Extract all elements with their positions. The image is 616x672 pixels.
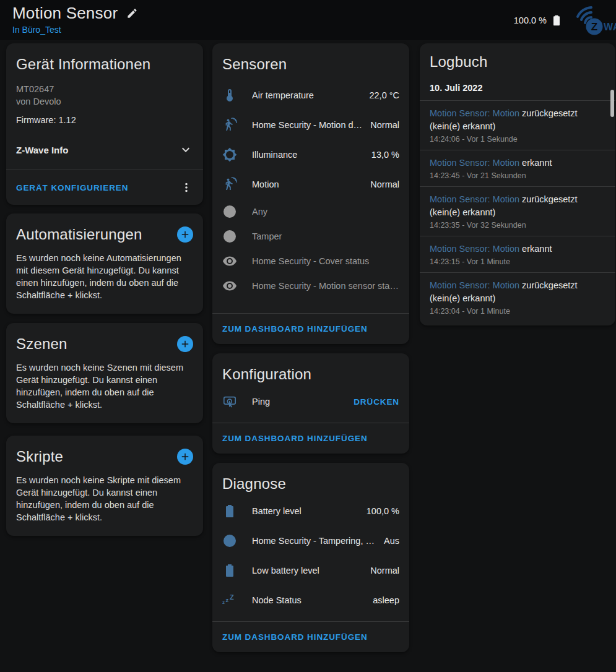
configure-device-button[interactable]: GERÄT KONFIGURIEREN — [16, 183, 128, 192]
motion-sensor-icon — [222, 118, 237, 132]
entity-value: 100,0 % — [367, 506, 399, 516]
area-link[interactable]: In Büro_Test — [12, 25, 138, 35]
configuration-card: Konfiguration Ping DRÜCKEN ZUM DASHBOARD… — [212, 353, 409, 454]
logbook-entity-link[interactable]: Motion Sensor: Motion — [430, 280, 519, 290]
logbook-card: Logbuch 10. Juli 2022 Motion Sensor: Mot… — [420, 43, 615, 325]
zwave-z-letter: Z — [591, 21, 597, 33]
battery-icon — [222, 563, 237, 578]
scenes-title: Szenen — [16, 335, 67, 353]
scenes-card: Szenen Es wurden noch keine Szenen mit d… — [6, 323, 203, 423]
logbook-entry: Motion Sensor: Motion zurückgesetzt (kei… — [420, 187, 615, 236]
check-circle-icon — [222, 204, 237, 219]
logbook-entity-link[interactable]: Motion Sensor: Motion — [430, 158, 519, 168]
logbook-title: Logbuch — [430, 53, 605, 71]
entity-label: Node Status — [252, 595, 365, 605]
entity-value: Normal — [370, 120, 399, 130]
entity-row-air-temperature[interactable]: Air temperature 22,0 °C — [212, 80, 409, 110]
entity-label: Home Security - Motion det… — [252, 120, 363, 130]
logbook-entity-link[interactable]: Motion Sensor: Motion — [430, 194, 519, 204]
battery-icon — [550, 14, 563, 27]
entity-label: Any — [252, 207, 399, 217]
logbook-entry-time: 14:23:04 - Vor 1 Minute — [430, 307, 605, 316]
entity-row-node-status[interactable]: Node Status asleep — [212, 585, 409, 615]
add-automation-button[interactable] — [177, 226, 193, 243]
entity-row-cover-status[interactable]: Home Security - Cover status — [212, 249, 409, 274]
thermometer-icon — [222, 88, 237, 103]
entity-value: Normal — [370, 566, 399, 575]
add-script-button[interactable] — [177, 449, 193, 465]
device-info-card: Gerät Informationen MT02647 von Devolo F… — [6, 43, 203, 205]
entity-label: Home Security - Tampering, pr… — [252, 536, 376, 546]
app-header: Motion Sensor In Büro_Test 100.0 % Z WAV… — [0, 0, 616, 40]
entity-label: Home Security - Motion sensor status — [252, 281, 399, 291]
eye-icon — [222, 278, 237, 293]
sensors-title: Sensoren — [222, 56, 399, 73]
logbook-entity-link[interactable]: Motion Sensor: Motion — [430, 108, 519, 118]
entity-value: Normal — [370, 179, 399, 189]
entity-row-home-security-motion[interactable]: Home Security - Motion det… Normal — [212, 110, 409, 140]
automations-empty-text: Es wurden noch keine Automatisierungen m… — [16, 252, 193, 304]
plus-icon — [180, 338, 191, 350]
device-manufacturer: von Devolo — [16, 95, 193, 108]
scripts-title: Skripte — [16, 448, 63, 465]
configuration-add-to-dashboard-button[interactable]: ZUM DASHBOARD HINZUFÜGEN — [222, 434, 368, 443]
logbook-scrollbar-thumb[interactable] — [610, 90, 614, 117]
sleep-icon — [222, 593, 237, 608]
logbook-entity-link[interactable]: Motion Sensor: Motion — [430, 244, 519, 254]
logbook-entry-time: 14:23:45 - Vor 21 Sekunden — [430, 171, 605, 180]
entity-row-battery-level[interactable]: Battery level 100,0 % — [212, 496, 409, 526]
logbook-entry-text: erkannt — [519, 158, 552, 168]
press-button[interactable]: DRÜCKEN — [354, 397, 399, 407]
automations-card: Automatisierungen Es wurden noch keine A… — [6, 213, 203, 314]
scripts-card: Skripte Es wurden noch keine Skripte mit… — [6, 436, 203, 536]
diagnostics-add-to-dashboard-button[interactable]: ZUM DASHBOARD HINZUFÜGEN — [222, 632, 368, 642]
add-scene-button[interactable] — [177, 336, 193, 352]
battery-percent: 100.0 % — [514, 15, 547, 25]
entity-value: 22,0 °C — [369, 90, 399, 100]
logbook-entry: Motion Sensor: Motion zurückgesetzt (kei… — [420, 101, 615, 150]
entity-label: Battery level — [252, 506, 359, 516]
check-circle-icon — [222, 533, 237, 548]
entity-row-motion-sensor-status[interactable]: Home Security - Motion sensor status — [212, 274, 409, 298]
zwave-wave-text: WAVE — [604, 22, 616, 32]
battery-status: 100.0 % — [514, 14, 563, 27]
logbook-entry-time: 14:24:06 - Vor 1 Sekunde — [430, 135, 605, 144]
zwave-logo: Z WAVE — [574, 2, 616, 39]
entity-row-tampering[interactable]: Home Security - Tampering, pr… Aus — [212, 526, 409, 556]
logbook-entry: Motion Sensor: Motion zurückgesetzt (kei… — [420, 273, 615, 325]
page-title: Motion Sensor — [12, 4, 118, 23]
sensors-card: Sensoren Air temperature 22,0 °C Home Se… — [212, 43, 409, 344]
entity-label: Low battery level — [252, 566, 363, 575]
entity-row-any[interactable]: Any — [212, 199, 409, 224]
logbook-entry-time: 14:23:15 - Vor 1 Minute — [430, 257, 605, 266]
device-model: MT02647 — [16, 83, 193, 95]
automations-title: Automatisierungen — [16, 226, 142, 243]
scenes-empty-text: Es wurden noch keine Szenen mit diesem G… — [16, 361, 193, 413]
logbook-entry-time: 14:23:35 - Vor 32 Sekunden — [430, 221, 605, 230]
device-info-title: Gerät Informationen — [16, 56, 193, 73]
entity-label: Tamper — [252, 231, 399, 241]
check-circle-icon — [222, 229, 237, 244]
entity-row-motion[interactable]: Motion Normal — [212, 170, 409, 199]
zwave-info-label: Z-Wave Info — [16, 145, 68, 155]
zwave-info-expander[interactable]: Z-Wave Info — [16, 136, 193, 163]
edit-name-icon[interactable] — [126, 7, 138, 19]
sensors-add-to-dashboard-button[interactable]: ZUM DASHBOARD HINZUFÜGEN — [222, 324, 368, 334]
logbook-entry-text: erkannt — [519, 244, 552, 254]
entity-label: Air temperature — [252, 90, 362, 100]
entity-row-ping[interactable]: Ping DRÜCKEN — [212, 387, 409, 416]
entity-value: asleep — [373, 595, 399, 605]
logbook-entry: Motion Sensor: Motion erkannt 14:23:45 -… — [420, 150, 615, 186]
logbook-date-header: 10. Juli 2022 — [420, 71, 615, 100]
gesture-tap-icon — [222, 394, 237, 409]
entity-row-low-battery-level[interactable]: Low battery level Normal — [212, 556, 409, 585]
logbook-entry: Motion Sensor: Motion erkannt 14:23:15 -… — [420, 236, 615, 272]
eye-icon — [222, 254, 237, 269]
diagnostics-card: Diagnose Battery level 100,0 % Home Secu… — [212, 463, 409, 652]
overflow-menu-icon[interactable] — [180, 181, 193, 194]
entity-label: Home Security - Cover status — [252, 256, 399, 266]
entity-row-illuminance[interactable]: Illuminance 13,0 % — [212, 140, 409, 170]
entity-row-tamper[interactable]: Tamper — [212, 224, 409, 249]
entity-label: Illuminance — [252, 150, 364, 160]
brightness-icon — [222, 147, 237, 162]
